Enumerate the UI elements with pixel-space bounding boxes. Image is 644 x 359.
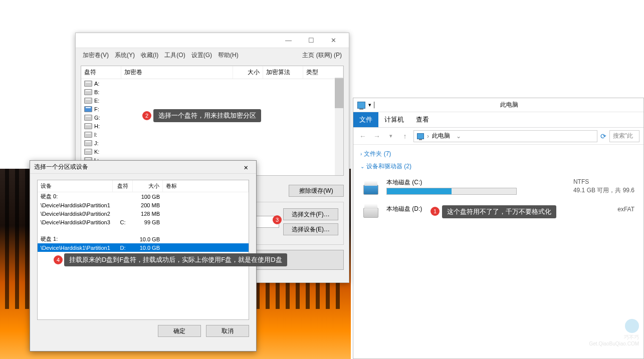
- tab-view[interactable]: 查看: [410, 112, 435, 127]
- drive-icon: [84, 106, 92, 112]
- partition-row[interactable]: \Device\Harddisk0\Partition2128 MB: [38, 209, 249, 218]
- drive-icon: [84, 98, 92, 104]
- select-file-button[interactable]: 选择文件(F)…: [283, 208, 338, 220]
- close-button[interactable]: ✕: [322, 34, 345, 48]
- device-table: 设备 盘符 大小 卷标 硬盘 0:100 GB\Device\Harddisk0…: [37, 180, 249, 320]
- history-dropdown[interactable]: ▾: [385, 133, 396, 139]
- drive-row[interactable]: H:: [81, 122, 343, 130]
- annotation-1: 这个盘符用不了了，千万不要格式化: [442, 205, 556, 218]
- drive-d-fs: exFAT: [617, 206, 634, 213]
- titlebar[interactable]: — ☐ ✕: [76, 33, 349, 48]
- tab-file[interactable]: 文件: [353, 112, 378, 127]
- drive-row[interactable]: E:: [81, 96, 343, 105]
- disk-icon: [362, 178, 379, 195]
- search-input[interactable]: 搜索"此: [609, 130, 639, 142]
- col-drive[interactable]: 盘符: [81, 66, 121, 79]
- menu-bar: 加密卷(V) 系统(Y) 收藏(I) 工具(O) 设置(G) 帮助(H) 主页 …: [76, 48, 349, 63]
- pc-icon-small: [417, 133, 424, 139]
- drive-row[interactable]: J:: [81, 139, 343, 147]
- forward-button[interactable]: →: [371, 132, 382, 140]
- address-bar: ← → ▾ ↑ › 此电脑 ⌄ ⟳ 搜索"此: [353, 128, 643, 145]
- scrollbar[interactable]: [335, 77, 343, 175]
- menu-settings[interactable]: 设置(G): [189, 50, 214, 61]
- drive-icon: [84, 115, 92, 121]
- tab-computer[interactable]: 计算机: [378, 112, 410, 127]
- drive-row[interactable]: B:: [81, 88, 343, 96]
- disk-header-row[interactable]: 硬盘 0:100 GB: [38, 192, 249, 201]
- drive-icon: [84, 132, 92, 138]
- partition-row[interactable]: \Device\Harddisk0\Partition3C:99 GB: [38, 218, 249, 226]
- back-button[interactable]: ←: [357, 132, 368, 140]
- dialog-title: 选择一个分区或设备: [34, 163, 88, 171]
- drive-c-item[interactable]: 本地磁盘 (C:) NTFS 49.1 GB 可用，共 99.6: [360, 175, 636, 198]
- ribbon: 文件 计算机 查看: [353, 112, 643, 128]
- menu-system[interactable]: 系统(Y): [113, 50, 137, 61]
- drive-row[interactable]: A:: [81, 79, 343, 88]
- up-button[interactable]: ↑: [399, 132, 410, 140]
- col-size[interactable]: 大小: [233, 66, 263, 79]
- maximize-button[interactable]: ☐: [300, 34, 322, 48]
- menu-help[interactable]: 帮助(H): [216, 50, 241, 61]
- menu-homepage[interactable]: 主页 (联网) (P): [300, 50, 344, 61]
- drive-c-name: 本地磁盘 (C:): [386, 178, 566, 187]
- pc-icon: [357, 102, 365, 109]
- disk-icon: [362, 201, 379, 218]
- annotation-badge-1: 1: [431, 207, 440, 216]
- dev-col-label[interactable]: 卷标: [163, 180, 249, 192]
- select-device-button[interactable]: 选择设备(E)…: [283, 223, 338, 235]
- folders-group-header[interactable]: › 文件夹 (7): [360, 150, 636, 158]
- annotation-badge-4: 4: [54, 255, 63, 264]
- wipe-cache-button[interactable]: 擦除缓存(W): [289, 185, 344, 197]
- chevron-down-icon: ⌄: [360, 164, 364, 169]
- chevron-right-icon: ›: [360, 151, 362, 157]
- annotation-2: 选择一个盘符，用来挂载加密分区: [153, 109, 261, 122]
- dialog-close-icon[interactable]: ✕: [240, 163, 252, 171]
- drive-c-usage: [386, 188, 517, 195]
- device-table-body[interactable]: 硬盘 0:100 GB\Device\Harddisk0\Partition12…: [38, 192, 249, 252]
- dev-col-size[interactable]: 大小: [133, 180, 163, 192]
- menu-tools[interactable]: 工具(O): [162, 50, 187, 61]
- dev-col-drive[interactable]: 盘符: [113, 180, 133, 192]
- col-volume[interactable]: 加密卷: [121, 66, 233, 79]
- annotation-badge-3: 3: [273, 215, 282, 224]
- disk-header-row[interactable]: 硬盘 1:10.0 GB: [38, 235, 249, 243]
- drive-c-fs: NTFS: [573, 178, 634, 185]
- ok-button[interactable]: 确定: [158, 325, 201, 337]
- menu-favorites[interactable]: 收藏(I): [139, 50, 160, 61]
- minimize-button[interactable]: —: [277, 34, 300, 48]
- partition-row[interactable]: \Device\Harddisk1\Partition1D:10.0 GB: [38, 243, 249, 252]
- dialog-titlebar[interactable]: 选择一个分区或设备 ✕: [30, 161, 256, 174]
- history-chevron-icon[interactable]: ⌄: [456, 133, 461, 140]
- drive-icon: [84, 123, 92, 129]
- drive-row[interactable]: K:: [81, 147, 343, 156]
- col-algo[interactable]: 加密算法: [263, 66, 303, 79]
- annotation-4: 挂载原来的D盘到F盘符，挂载成功后，实际上你使用F盘，就是在使用D盘: [64, 253, 287, 266]
- explorer-title: 此电脑: [500, 101, 518, 109]
- drive-c-info: 49.1 GB 可用，共 99.6: [573, 186, 634, 195]
- drive-icon: [84, 149, 92, 155]
- cancel-button[interactable]: 取消: [206, 325, 249, 337]
- explorer-titlebar[interactable]: ▾ │ 此电脑: [353, 98, 643, 112]
- drive-icon: [84, 89, 92, 95]
- refresh-button[interactable]: ⟳: [600, 132, 606, 140]
- watermark: 巧不巧 Get.QiaoBuQiao.COM: [589, 319, 639, 354]
- annotation-badge-2: 2: [142, 111, 151, 120]
- drives-group-header[interactable]: ⌄ 设备和驱动器 (2): [360, 162, 636, 171]
- partition-row[interactable]: [38, 226, 249, 235]
- drive-icon: [84, 140, 92, 146]
- drive-icon: [84, 81, 92, 87]
- address-box[interactable]: › 此电脑 ⌄: [413, 130, 597, 142]
- partition-row[interactable]: \Device\Harddisk0\Partition1200 MB: [38, 201, 249, 209]
- drive-row[interactable]: I:: [81, 130, 343, 139]
- dev-col-device[interactable]: 设备: [38, 180, 113, 192]
- menu-volumes[interactable]: 加密卷(V): [81, 50, 111, 61]
